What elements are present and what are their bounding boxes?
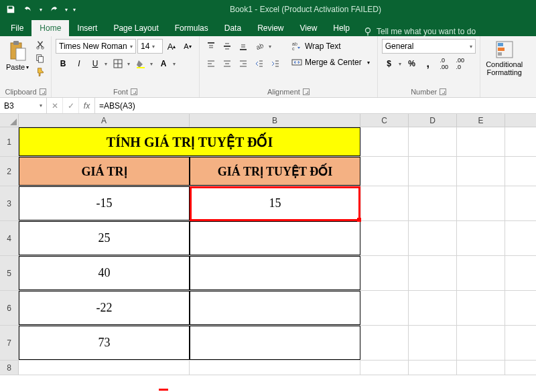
redo-dropdown[interactable]: ▾ <box>63 2 70 17</box>
borders-dropdown[interactable]: ▾ <box>125 61 132 67</box>
cell-A8[interactable] <box>19 361 190 375</box>
orientation-button[interactable]: ab <box>252 39 267 54</box>
align-center-button[interactable] <box>220 56 234 71</box>
increase-font-button[interactable]: A▴ <box>164 39 179 54</box>
cell-E5[interactable] <box>457 256 505 290</box>
tell-me-search[interactable]: Tell me what you want to do <box>358 27 481 36</box>
cell-D5[interactable] <box>409 256 457 290</box>
cell-E8[interactable] <box>457 361 505 375</box>
tab-data[interactable]: Data <box>216 20 249 36</box>
row-header-6[interactable]: 6 <box>0 291 19 325</box>
col-header-B[interactable]: B <box>190 114 360 127</box>
cell-C6[interactable] <box>360 291 409 325</box>
cell-E2[interactable] <box>457 157 505 186</box>
row-header-1[interactable]: 1 <box>0 127 19 156</box>
accounting-format-button[interactable]: $ <box>382 56 397 71</box>
tab-home[interactable]: Home <box>31 20 69 36</box>
cell-B4[interactable] <box>190 221 360 255</box>
align-middle-button[interactable] <box>220 39 234 54</box>
underline-dropdown[interactable]: ▾ <box>103 61 109 67</box>
wrap-text-button[interactable]: abc Wrap Text <box>288 39 373 54</box>
cell-A7[interactable]: 73 <box>19 326 190 360</box>
fill-color-dropdown[interactable]: ▾ <box>148 61 155 67</box>
increase-decimal-button[interactable]: .0.00 <box>437 56 452 71</box>
cell-D7[interactable] <box>409 326 457 360</box>
tab-file[interactable]: File <box>3 20 31 36</box>
row-header-4[interactable]: 4 <box>0 221 19 255</box>
cell-B2[interactable]: GIÁ TRỊ TUYỆT ĐỐI <box>190 157 360 186</box>
tab-formulas[interactable]: Formulas <box>167 20 216 36</box>
col-header-A[interactable]: A <box>19 114 190 127</box>
cell-B6[interactable] <box>190 291 360 325</box>
fill-color-button[interactable] <box>133 56 148 71</box>
cell-B5[interactable] <box>190 256 360 290</box>
row-header-7[interactable]: 7 <box>0 326 19 360</box>
font-launcher[interactable] <box>131 88 137 95</box>
cell-C4[interactable] <box>360 221 409 255</box>
paste-button[interactable]: Paste▾ <box>4 39 31 78</box>
cell-C3[interactable] <box>360 186 409 220</box>
cell-D4[interactable] <box>409 221 457 255</box>
font-color-dropdown[interactable]: ▾ <box>171 61 178 67</box>
cell-E1[interactable] <box>457 127 505 156</box>
tab-help[interactable]: Help <box>325 20 358 36</box>
cell-C2[interactable] <box>360 157 409 186</box>
qat-customize[interactable]: ▾ <box>71 2 78 17</box>
undo-dropdown[interactable]: ▾ <box>38 2 44 17</box>
save-button[interactable] <box>3 2 19 17</box>
cell-E7[interactable] <box>457 326 505 360</box>
alignment-launcher[interactable] <box>303 88 310 95</box>
cell-A2[interactable]: GIÁ TRỊ <box>19 157 190 186</box>
number-launcher[interactable] <box>440 88 446 95</box>
cell-D8[interactable] <box>409 361 457 375</box>
redo-button[interactable] <box>46 2 62 17</box>
comma-button[interactable]: , <box>421 56 436 71</box>
clipboard-launcher[interactable] <box>40 88 46 95</box>
select-all-corner[interactable] <box>0 114 19 127</box>
percent-button[interactable]: % <box>405 56 419 71</box>
row-header-2[interactable]: 2 <box>0 157 19 186</box>
cancel-formula-button[interactable]: ✕ <box>47 98 63 113</box>
cell-A4[interactable]: 25 <box>19 221 190 255</box>
cell-A3[interactable]: -15 <box>19 186 190 220</box>
cell-B3[interactable]: 15 <box>190 186 360 220</box>
cell-E4[interactable] <box>457 221 505 255</box>
accounting-dropdown[interactable]: ▾ <box>397 61 403 67</box>
col-header-E[interactable]: E <box>457 114 505 127</box>
font-size-combo[interactable]: 14▾ <box>137 39 163 54</box>
cell-D6[interactable] <box>409 291 457 325</box>
bold-button[interactable]: B <box>56 56 70 71</box>
conditional-formatting-button[interactable]: Conditional Formatting <box>484 39 525 78</box>
cell-E6[interactable] <box>457 291 505 325</box>
formula-input[interactable]: =ABS(A3) <box>95 98 536 113</box>
cell-C1[interactable] <box>360 127 409 156</box>
number-format-combo[interactable]: General▾ <box>382 39 476 54</box>
copy-button[interactable] <box>34 52 47 64</box>
cut-button[interactable] <box>34 39 47 51</box>
col-header-D[interactable]: D <box>409 114 457 127</box>
tab-review[interactable]: Review <box>249 20 291 36</box>
cell-D2[interactable] <box>409 157 457 186</box>
cell-B7[interactable] <box>190 326 360 360</box>
enter-formula-button[interactable]: ✓ <box>63 98 79 113</box>
align-right-button[interactable] <box>236 56 251 71</box>
font-color-button[interactable]: A <box>156 56 171 71</box>
row-header-3[interactable]: 3 <box>0 186 19 220</box>
align-bottom-button[interactable] <box>236 39 251 54</box>
col-header-C[interactable]: C <box>360 114 409 127</box>
borders-button[interactable] <box>111 56 125 71</box>
decrease-indent-button[interactable] <box>252 56 267 71</box>
decrease-font-button[interactable]: A▾ <box>180 39 195 54</box>
decrease-decimal-button[interactable]: .00.0 <box>453 56 468 71</box>
cell-C8[interactable] <box>360 361 409 375</box>
undo-button[interactable] <box>20 2 36 17</box>
tab-page-layout[interactable]: Page Layout <box>105 20 166 36</box>
cell-C7[interactable] <box>360 326 409 360</box>
tab-insert[interactable]: Insert <box>69 20 105 36</box>
cell-C5[interactable] <box>360 256 409 290</box>
underline-button[interactable]: U <box>88 56 103 71</box>
orientation-dropdown[interactable]: ▾ <box>267 44 273 50</box>
cell-B8[interactable] <box>190 361 360 375</box>
increase-indent-button[interactable] <box>268 56 283 71</box>
cell-D1[interactable] <box>409 127 457 156</box>
